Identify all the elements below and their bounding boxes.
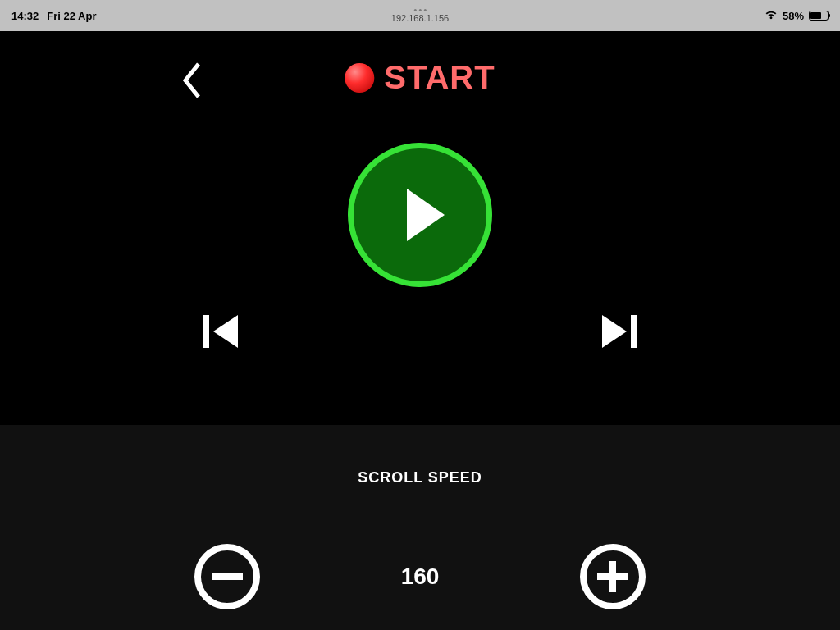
svg-marker-1 bbox=[213, 315, 238, 348]
skip-next-button[interactable] bbox=[599, 313, 637, 353]
plus-icon bbox=[597, 561, 628, 592]
chevron-left-icon bbox=[180, 61, 203, 100]
back-button[interactable] bbox=[180, 61, 203, 103]
start-label: START bbox=[384, 59, 495, 96]
scroll-speed-panel: SCROLL SPEED 160 bbox=[0, 425, 840, 630]
play-icon bbox=[407, 189, 445, 241]
scroll-speed-label: SCROLL SPEED bbox=[358, 469, 482, 486]
record-icon bbox=[345, 63, 374, 93]
status-ip: 192.168.1.156 bbox=[391, 13, 449, 23]
svg-marker-2 bbox=[602, 315, 627, 348]
status-bar: 14:32 Fri 22 Apr 192.168.1.156 58% bbox=[0, 0, 840, 31]
status-date: Fri 22 Apr bbox=[47, 10, 96, 22]
multitask-dots-icon bbox=[413, 9, 426, 11]
battery-percent: 58% bbox=[783, 10, 804, 22]
play-button[interactable] bbox=[348, 143, 492, 287]
speed-decrease-button[interactable] bbox=[194, 544, 260, 609]
scroll-speed-value: 160 bbox=[401, 564, 440, 590]
start-heading: START bbox=[345, 59, 495, 96]
wifi-icon bbox=[765, 10, 778, 22]
playback-area: START bbox=[0, 31, 840, 425]
skip-previous-button[interactable] bbox=[203, 313, 241, 353]
status-time: 14:32 bbox=[11, 10, 39, 22]
skip-previous-icon bbox=[203, 313, 241, 349]
svg-rect-3 bbox=[631, 315, 637, 348]
svg-rect-0 bbox=[203, 315, 209, 348]
minus-icon bbox=[212, 573, 243, 580]
speed-increase-button[interactable] bbox=[580, 544, 646, 609]
battery-icon bbox=[809, 11, 829, 21]
skip-next-icon bbox=[599, 313, 637, 349]
